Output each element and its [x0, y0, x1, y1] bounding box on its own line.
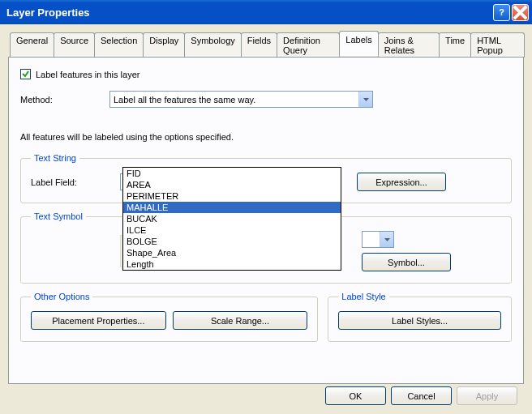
other-options-legend: Other Options: [31, 292, 92, 301]
info-text: All features will be labeled using the o…: [20, 132, 512, 142]
tab-html-popup[interactable]: HTML Popup: [470, 32, 525, 58]
label-field-label: Label Field:: [31, 177, 112, 187]
tab-joins-relates[interactable]: Joins & Relates: [378, 32, 440, 58]
tab-source[interactable]: Source: [54, 32, 95, 58]
label-style-group: Label Style Label Styles...: [328, 292, 512, 342]
other-options-group: Other Options Placement Properties... Sc…: [20, 292, 318, 342]
tab-strip: General Source Selection Display Symbolo…: [10, 32, 524, 58]
cancel-button[interactable]: Cancel: [391, 386, 452, 405]
list-item[interactable]: PERIMETER: [123, 190, 341, 202]
tab-general[interactable]: General: [10, 32, 54, 58]
tab-fields[interactable]: Fields: [241, 32, 277, 58]
list-item[interactable]: BUCAK: [123, 213, 341, 224]
list-item[interactable]: FID: [123, 168, 341, 179]
scale-range-button[interactable]: Scale Range...: [173, 311, 308, 330]
method-label: Method:: [20, 95, 101, 105]
text-string-legend: Text String: [31, 153, 79, 163]
title-bar: Layer Properties ?: [0, 0, 532, 24]
close-button[interactable]: [512, 4, 529, 21]
label-features-checkbox[interactable]: [20, 69, 31, 79]
method-select[interactable]: Label all the features the same way.: [109, 91, 373, 108]
list-item[interactable]: Shape_Area: [123, 247, 341, 258]
chevron-down-icon: [380, 232, 393, 247]
list-item[interactable]: ILCE: [123, 224, 341, 236]
label-field-dropdown[interactable]: FID AREA PERIMETER MAHALLE BUCAK ILCE BO…: [122, 167, 341, 271]
font-size-select[interactable]: [362, 231, 394, 248]
text-symbol-legend: Text Symbol: [31, 211, 86, 221]
label-style-legend: Label Style: [338, 292, 388, 301]
list-item[interactable]: MAHALLE: [123, 202, 341, 213]
tab-display[interactable]: Display: [143, 32, 185, 58]
tab-time[interactable]: Time: [439, 32, 471, 58]
method-value: Label all the features the same way.: [114, 95, 255, 105]
label-features-label: Label features in this layer: [36, 70, 139, 79]
help-button[interactable]: ?: [493, 4, 510, 21]
list-item[interactable]: BOLGE: [123, 236, 341, 247]
list-item[interactable]: Length: [123, 258, 341, 270]
placement-properties-button[interactable]: Placement Properties...: [31, 311, 166, 330]
tab-definition-query[interactable]: Definition Query: [277, 32, 340, 58]
symbol-button[interactable]: Symbol...: [362, 253, 451, 271]
apply-button[interactable]: Apply: [457, 386, 517, 405]
window-title: Layer Properties: [6, 6, 90, 19]
tab-selection[interactable]: Selection: [94, 32, 144, 58]
ok-button[interactable]: OK: [325, 386, 386, 405]
label-styles-button[interactable]: Label Styles...: [338, 311, 501, 330]
list-item[interactable]: AREA: [123, 179, 341, 190]
expression-button[interactable]: Expression...: [357, 173, 446, 191]
tab-labels[interactable]: Labels: [339, 31, 378, 56]
tab-symbology[interactable]: Symbology: [184, 32, 241, 58]
chevron-down-icon: [358, 92, 372, 107]
